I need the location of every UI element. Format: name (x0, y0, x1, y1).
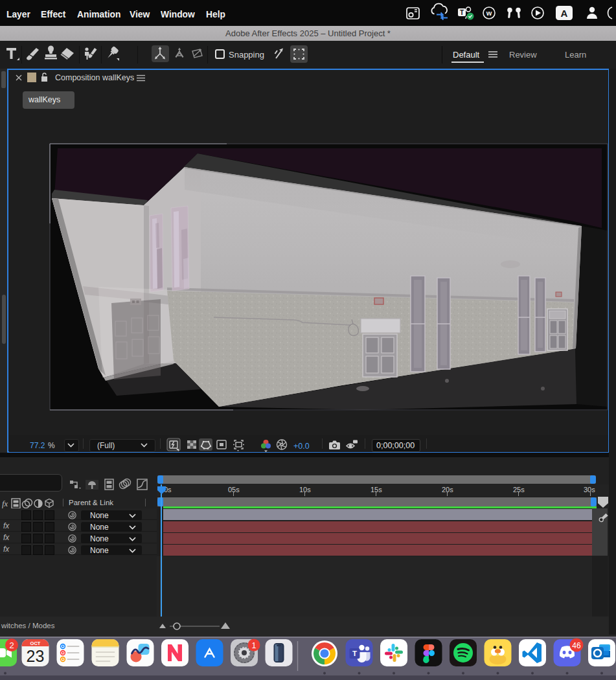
svg-text:A: A (561, 8, 568, 19)
svg-text:46: 46 (572, 641, 581, 650)
svg-text:w: w (486, 9, 492, 17)
svg-text:fx: fx (2, 499, 8, 508)
svg-text:OCT: OCT (30, 640, 41, 646)
svg-text:T: T (460, 9, 464, 16)
svg-text:23: 23 (27, 647, 45, 665)
svg-text:2: 2 (9, 640, 14, 650)
svg-text:T: T (352, 650, 357, 657)
svg-text:1: 1 (252, 641, 257, 650)
